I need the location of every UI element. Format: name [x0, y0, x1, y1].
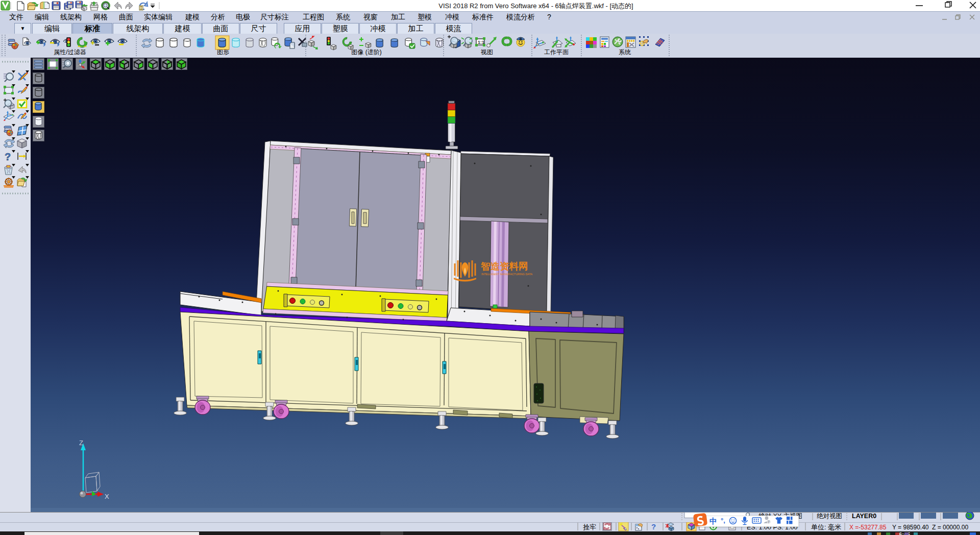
svg-text:INTELLIGENT MANUFACTURING DATA: INTELLIGENT MANUFACTURING DATA [481, 273, 533, 276]
svg-text:X =-53277.85: X =-53277.85 [849, 524, 887, 531]
svg-text:°,: °, [721, 517, 725, 524]
svg-text:拴牢: 拴牢 [583, 523, 596, 531]
svg-text:X: X [105, 493, 109, 500]
svg-text:?: ? [5, 151, 11, 162]
svg-text:绝对视图: 绝对视图 [817, 513, 842, 520]
svg-text:7: 7 [768, 520, 770, 524]
svg-text:Z = 00000.00: Z = 00000.00 [932, 524, 968, 531]
svg-text:中: 中 [709, 517, 717, 525]
svg-text:单位: 毫米: 单位: 毫米 [811, 523, 841, 531]
svg-text:?: ? [651, 522, 656, 531]
svg-text:Z: Z [79, 439, 83, 447]
svg-text:智造资料网: 智造资料网 [480, 261, 528, 272]
svg-text:Y = 98590.40: Y = 98590.40 [892, 524, 929, 531]
svg-text:LAYER0: LAYER0 [852, 513, 876, 520]
